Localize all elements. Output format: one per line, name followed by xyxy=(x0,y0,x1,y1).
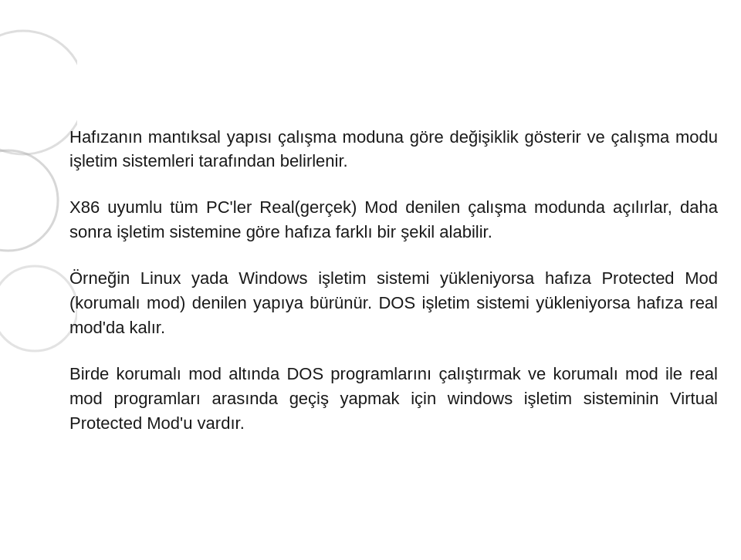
paragraph-3: Örneğin Linux yada Windows işletim siste… xyxy=(69,266,718,340)
content-area: Hafızanın mantıksal yapısı çalışma modun… xyxy=(69,15,718,545)
paragraph-2: X86 uyumlu tüm PC'ler Real(gerçek) Mod d… xyxy=(69,195,718,245)
svg-point-2 xyxy=(0,266,77,351)
svg-point-1 xyxy=(0,150,58,251)
svg-point-0 xyxy=(0,31,77,154)
decorative-circles xyxy=(0,0,77,560)
page-container: Hafızanın mantıksal yapısı çalışma modun… xyxy=(0,0,741,560)
paragraph-4: Birde korumalı mod altında DOS programla… xyxy=(69,362,718,436)
paragraph-1: Hafızanın mantıksal yapısı çalışma modun… xyxy=(69,125,718,174)
